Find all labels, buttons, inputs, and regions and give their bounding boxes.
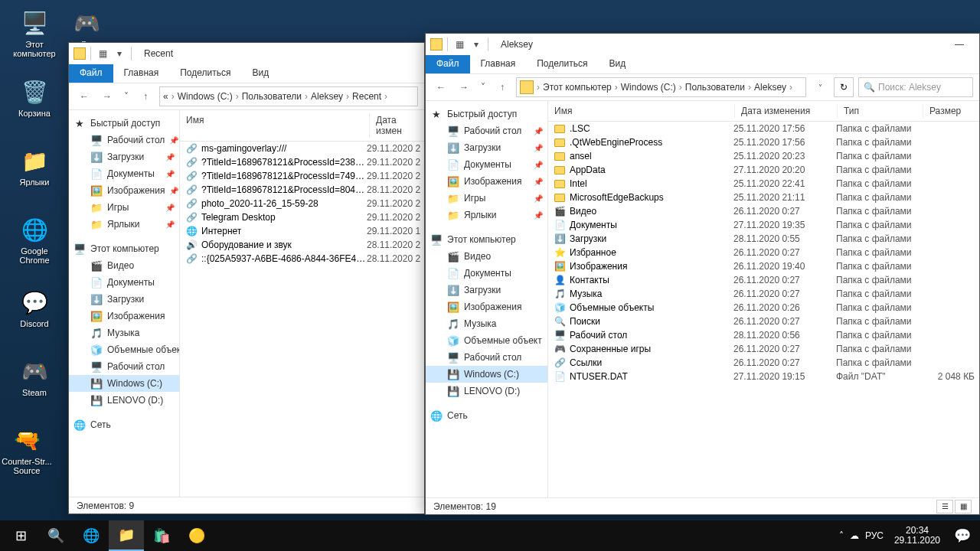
file-row[interactable]: 🔗photo_2020-11-26_15-59-2829.11.2020 2	[180, 197, 424, 210]
nav-quick-access[interactable]: ★Быстрый доступ	[69, 115, 179, 132]
nav-item[interactable]: 🎬Видео	[69, 257, 179, 274]
recent-dropdown[interactable]: ˅	[478, 78, 488, 96]
file-row[interactable]: 🎬Видео26.11.2020 0:27Папка с файлами	[548, 204, 979, 218]
system-tray[interactable]: ˄ ☁ РУС 20:34 29.11.2020 💬	[839, 520, 977, 551]
col-date[interactable]: Дата измен	[370, 113, 424, 138]
nav-network[interactable]: 🌐Сеть	[426, 407, 547, 424]
file-row[interactable]: ⬇️Загрузки28.11.2020 0:55Папка с файлами	[548, 232, 979, 246]
nav-pane[interactable]: ★Быстрый доступ🖥️Рабочий стол📌⬇️Загрузки…	[426, 101, 548, 497]
nav-item[interactable]: 🖼️Изображения	[426, 298, 547, 315]
file-row[interactable]: 📄Документы27.11.2020 19:35Папка с файлам…	[548, 218, 979, 232]
file-row[interactable]: MicrosoftEdgeBackups25.11.2020 21:11Папк…	[548, 191, 979, 204]
explorer-window-aleksey[interactable]: ▦▾ Aleksey — ФайлГлавнаяПоделитьсяВид ← …	[425, 33, 980, 515]
file-row[interactable]: 🔗::{025A5937-A6BE-4686-A844-36FE4BEC8...…	[180, 252, 424, 266]
file-row[interactable]: 🔊Оборудование и звук28.11.2020 2	[180, 238, 424, 252]
breadcrumb-segment[interactable]: Windows (C:)	[621, 82, 676, 93]
col-size[interactable]: Размер	[923, 104, 979, 118]
tray-onedrive-icon[interactable]: ☁	[850, 530, 859, 541]
column-headers[interactable]: Имя Дата измен	[180, 110, 424, 142]
file-row[interactable]: 🖼️Изображения26.11.2020 19:40Папка с фай…	[548, 259, 979, 273]
breadcrumb-segment[interactable]: Aleksey	[311, 91, 343, 102]
search-box[interactable]: 🔍Поиск: Aleksey	[858, 77, 973, 97]
address-dropdown[interactable]: ˅	[811, 78, 829, 96]
back-button[interactable]: ←	[75, 87, 93, 106]
ribbon-tab-вид[interactable]: Вид	[598, 55, 636, 73]
qat-dropdown-icon[interactable]: ▾	[113, 47, 126, 60]
nav-item[interactable]: 💾Windows (C:)	[426, 366, 547, 383]
start-button[interactable]: ⊞	[3, 520, 38, 551]
nav-this-pc[interactable]: 🖥️Этот компьютер	[426, 231, 547, 248]
file-row[interactable]: 🔗?TitleId=1689678121&ProcessId=2384&...2…	[180, 155, 424, 169]
file-row[interactable]: 🔗Telegram Desktop29.11.2020 2	[180, 210, 424, 224]
breadcrumb-segment[interactable]: Windows (C:)	[178, 91, 233, 102]
nav-item[interactable]: 📄Документы	[426, 265, 547, 282]
nav-quick-access[interactable]: ★Быстрый доступ	[426, 106, 547, 122]
nav-item[interactable]: ⬇️Загрузки	[426, 282, 547, 298]
nav-item[interactable]: 📄Документы📌	[426, 156, 547, 173]
file-row[interactable]: 🔗ms-gamingoverlay:///29.11.2020 2	[180, 142, 424, 155]
file-list[interactable]: .LSC25.11.2020 17:56Папка с файлами.QtWe…	[548, 122, 979, 497]
file-row[interactable]: 🔗?TitleId=1689678121&ProcessId=8048&...2…	[180, 183, 424, 197]
ribbon-tab-главная[interactable]: Главная	[113, 64, 170, 83]
file-row[interactable]: 📄NTUSER.DAT27.11.2020 19:15Файл "DAT"2 0…	[548, 370, 979, 383]
nav-this-pc[interactable]: 🖥️Этот компьютер	[69, 240, 179, 257]
ribbon-tab-файл[interactable]: Файл	[426, 55, 470, 73]
file-row[interactable]: .QtWebEngineProcess25.11.2020 17:56Папка…	[548, 135, 979, 149]
nav-item[interactable]: 🖼️Изображения	[69, 308, 179, 324]
ribbon-tab-поделиться[interactable]: Поделиться	[526, 55, 598, 73]
file-row[interactable]: AppData27.11.2020 20:20Папка с файлами	[548, 163, 979, 177]
file-row[interactable]: 🔗Ссылки26.11.2020 0:27Папка с файлами	[548, 356, 979, 370]
desktop-icon-chrome[interactable]: 🌐GoogleChrome	[8, 214, 61, 265]
nav-item[interactable]: 💾LENOVO (D:)	[69, 392, 179, 409]
file-row[interactable]: 🔗?TitleId=1689678121&ProcessId=7492&...2…	[180, 169, 424, 183]
ribbon-tab-главная[interactable]: Главная	[470, 55, 527, 73]
col-type[interactable]: Тип	[838, 104, 923, 118]
file-row[interactable]: 🌐Интернет29.11.2020 1	[180, 224, 424, 238]
col-date[interactable]: Дата изменения	[735, 104, 838, 118]
nav-item[interactable]: 🖼️Изображения📌	[426, 173, 547, 190]
recent-dropdown[interactable]: ˅	[121, 87, 132, 106]
search-button[interactable]: 🔍	[38, 520, 74, 551]
notifications-button[interactable]: 💬	[951, 520, 974, 551]
tray-chevron-icon[interactable]: ˄	[839, 530, 844, 541]
explorer-icon[interactable]: 📁	[109, 520, 144, 551]
file-row[interactable]: 🎵Музыка26.11.2020 0:27Папка с файлами	[548, 287, 979, 301]
address-bar[interactable]: ›Этот компьютер›Windows (C:)›Пользовател…	[516, 77, 806, 97]
nav-network[interactable]: 🌐Сеть	[69, 416, 179, 433]
column-headers[interactable]: Имя Дата изменения Тип Размер	[548, 101, 979, 122]
nav-item[interactable]: ⬇️Загрузки	[69, 291, 179, 308]
file-row[interactable]: 👤Контакты26.11.2020 0:27Папка с файлами	[548, 273, 979, 287]
view-icons-button[interactable]: ▦	[955, 500, 972, 514]
refresh-button[interactable]: ↻	[834, 77, 854, 97]
desktop-icon-steam[interactable]: 🎮Steam	[8, 356, 61, 397]
breadcrumb-segment[interactable]: Пользователи	[242, 91, 302, 102]
ribbon-tab-вид[interactable]: Вид	[241, 64, 279, 83]
taskbar[interactable]: ⊞ 🔍 🌐 📁 🛍️ 🟡 ˄ ☁ РУС 20:34 29.11.2020 💬	[0, 520, 980, 551]
nav-item[interactable]: 📁Игры📌	[69, 199, 179, 216]
up-button[interactable]: ↑	[136, 87, 155, 106]
qat-dropdown-icon[interactable]: ▾	[469, 37, 483, 51]
desktop-icon-this-pc[interactable]: 🖥️Этоткомпьютер	[8, 8, 61, 58]
address-bar[interactable]: «›Windows (C:)›Пользователи›Aleksey›Rece…	[159, 86, 418, 106]
ribbon-tab-файл[interactable]: Файл	[69, 64, 113, 83]
qat-properties-icon[interactable]: ▦	[96, 47, 109, 60]
nav-item[interactable]: 📄Документы📌	[69, 165, 179, 182]
nav-item[interactable]: 📄Документы	[69, 274, 179, 291]
breadcrumb-segment[interactable]: Пользователи	[685, 82, 745, 93]
desktop-icon-shortcuts[interactable]: 📁Ярлыки	[8, 145, 61, 187]
breadcrumb-segment[interactable]: Aleksey	[754, 82, 786, 93]
nav-item[interactable]: 🖼️Изображения📌	[69, 182, 179, 199]
up-button[interactable]: ↑	[493, 78, 511, 96]
nav-item[interactable]: 🎵Музыка	[69, 324, 179, 341]
col-name[interactable]: Имя	[180, 113, 370, 138]
file-row[interactable]: ⭐Избранное26.11.2020 0:27Папка с файлами	[548, 246, 979, 259]
nav-item[interactable]: 📁Ярлыки📌	[426, 207, 547, 223]
forward-button[interactable]: →	[455, 78, 473, 96]
edge-icon[interactable]: 🌐	[74, 520, 109, 551]
desktop-icon-cs-source[interactable]: 🔫Counter-Str...Source	[0, 425, 54, 475]
back-button[interactable]: ←	[432, 78, 450, 96]
file-row[interactable]: 🔍Поиски26.11.2020 0:27Папка с файлами	[548, 315, 979, 328]
breadcrumb-segment[interactable]: «	[163, 91, 168, 102]
ribbon-tab-поделиться[interactable]: Поделиться	[169, 64, 241, 83]
language-indicator[interactable]: РУС	[865, 530, 884, 541]
